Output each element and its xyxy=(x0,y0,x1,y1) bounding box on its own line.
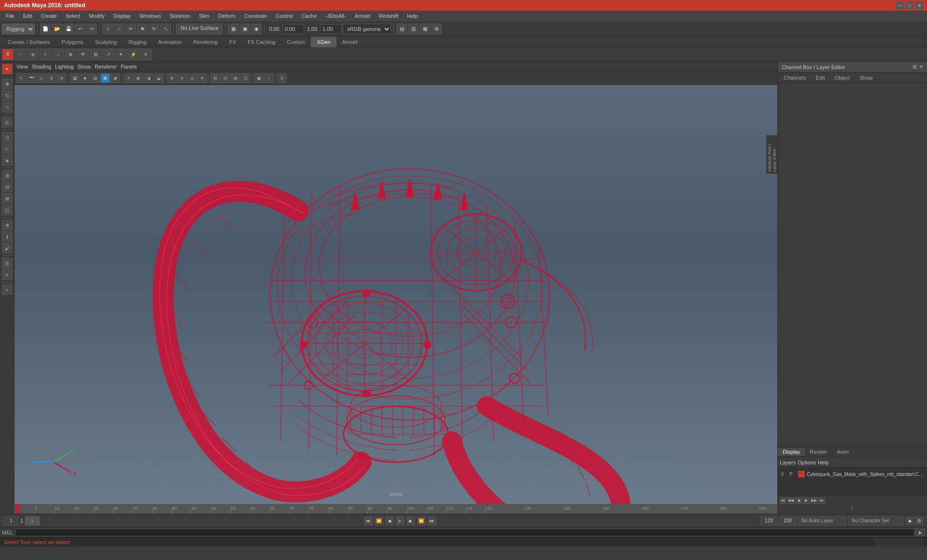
scale-tool-btn[interactable]: ⤡ xyxy=(2,102,13,112)
vp-icon-cam2[interactable]: ⊙ xyxy=(37,73,46,83)
tab-fx[interactable]: FX xyxy=(224,37,242,47)
tab-rigging[interactable]: Rigging xyxy=(123,37,152,47)
menu-modify[interactable]: Modify xyxy=(85,12,108,20)
paint-btn[interactable]: ✏ xyxy=(126,24,136,34)
frame-sel-btn[interactable]: ◫ xyxy=(2,205,13,215)
menu-select[interactable]: Select xyxy=(62,12,84,20)
tab-sculpting[interactable]: Sculpting xyxy=(89,37,123,47)
show-manip-btn[interactable]: ⊙ xyxy=(2,132,13,142)
layers-menu-layers[interactable]: Layers xyxy=(780,460,796,465)
shelf-icon-8[interactable]: ⊞ xyxy=(90,49,101,60)
menu-3dtoall[interactable]: -3DtoAll- xyxy=(322,12,350,20)
vp-icon-light2[interactable]: ◐ xyxy=(134,73,143,83)
vp-icon-snap[interactable]: ⊠ xyxy=(231,73,240,83)
play-last-frame-btn[interactable]: ⏭ xyxy=(428,517,436,525)
vp-icon-cam3[interactable]: ⊚ xyxy=(47,73,56,83)
layers-nav-last[interactable]: ⏭ xyxy=(818,497,825,504)
open-scene-btn[interactable]: 📂 xyxy=(52,24,62,34)
vp-icon-grid[interactable]: ⊞ xyxy=(211,73,220,83)
layers-tab-anim[interactable]: Anim xyxy=(832,448,854,456)
channel-tab-show[interactable]: Show xyxy=(856,74,877,82)
vp-icon-wire2[interactable]: ▧ xyxy=(90,73,100,83)
layers-nav-prev-prev[interactable]: ◀◀ xyxy=(787,497,794,504)
mel-input[interactable] xyxy=(15,529,914,536)
play-prev-key-btn[interactable]: ⏪ xyxy=(375,517,383,525)
vp-icon-wire[interactable]: ▦ xyxy=(70,73,80,83)
shelf-icon-9[interactable]: ↗ xyxy=(102,49,114,60)
vp-icon-wire3[interactable]: ⊞ xyxy=(100,73,110,83)
display-btn[interactable]: ◉ xyxy=(251,24,262,34)
menu-skin[interactable]: Skin xyxy=(195,12,213,20)
vp-icon-render-region[interactable]: ▣ xyxy=(254,73,264,83)
tab-fx-caching[interactable]: FX Caching xyxy=(242,37,281,47)
rotate-btn[interactable]: ↻ xyxy=(149,24,159,34)
play-prev-frame-btn[interactable]: ◀ xyxy=(385,517,394,525)
menu-help[interactable]: Help xyxy=(403,12,422,20)
layers-menu-options[interactable]: Options xyxy=(798,460,816,465)
select-tool-btn[interactable]: ↖ xyxy=(2,64,13,74)
snap-btn[interactable]: ◈ xyxy=(2,155,13,166)
vp-menu-shading[interactable]: Shading xyxy=(32,64,51,70)
menu-deform[interactable]: Deform xyxy=(214,12,239,20)
vp-icon-manip[interactable]: ⊡ xyxy=(241,73,251,83)
tab-polygons[interactable]: Polygons xyxy=(56,37,89,47)
tab-curves-surfaces[interactable]: Curves / Surfaces xyxy=(2,37,56,47)
layers-nav-prev[interactable]: ◀ xyxy=(795,497,802,504)
vp-icon-isolate[interactable]: ◎ xyxy=(187,73,197,83)
layers-tab-render[interactable]: Render xyxy=(805,448,832,456)
shelf-icon-6[interactable]: ⊕ xyxy=(65,49,76,60)
vp-icon-select[interactable]: ↖ xyxy=(16,73,26,83)
tab-rendering[interactable]: Rendering xyxy=(187,37,224,47)
layout-btn1[interactable]: ▤ xyxy=(396,24,407,34)
timeline-ruler[interactable]: 1 5 10 15 20 25 30 35 40 45 50 xyxy=(14,504,777,514)
menu-redshift[interactable]: Redshift xyxy=(375,12,402,20)
move-btn[interactable]: ✥ xyxy=(137,24,148,34)
history-btn[interactable]: ⊕ xyxy=(2,220,13,230)
start-frame-input[interactable] xyxy=(4,517,18,525)
menu-file[interactable]: File xyxy=(2,12,18,20)
rotate-tool-btn[interactable]: ↻ xyxy=(2,90,13,101)
tab-arnold[interactable]: Arnold xyxy=(337,37,364,47)
vp-icon-light3[interactable]: ◑ xyxy=(144,73,154,83)
layers-menu-help[interactable]: Help xyxy=(818,460,829,465)
layout-btn3[interactable]: ▦ xyxy=(420,24,430,34)
key-icon-1[interactable]: ◆ xyxy=(906,517,913,525)
menu-edit[interactable]: Edit xyxy=(19,12,36,20)
layers-nav-next[interactable]: ▶ xyxy=(803,497,810,504)
shelf-icon-2[interactable]: ○ xyxy=(14,49,26,60)
menu-windows[interactable]: Windows xyxy=(136,12,165,20)
menu-display[interactable]: Display xyxy=(110,12,135,20)
save-scene-btn[interactable]: 💾 xyxy=(63,24,74,34)
shelf-icon-12[interactable]: ≡ xyxy=(140,49,152,60)
play-next-frame-btn[interactable]: ▶ xyxy=(407,517,415,525)
vp-icon-light1[interactable]: ☀ xyxy=(124,73,133,83)
layer-v[interactable]: V xyxy=(781,472,787,477)
end-frame-input[interactable] xyxy=(760,517,777,525)
mode-dropdown[interactable]: Rigging xyxy=(2,24,35,34)
attr-manip-btn[interactable]: ▷ xyxy=(2,143,13,154)
ipr-btn[interactable]: ▣ xyxy=(239,24,250,34)
mel-run-btn[interactable]: ▶ xyxy=(915,529,925,536)
vp-icon-hide[interactable]: ⊖ xyxy=(177,73,187,83)
vp-menu-show[interactable]: Show xyxy=(78,64,91,70)
shelf-icon-1[interactable]: X xyxy=(2,49,14,60)
menu-control[interactable]: Control xyxy=(272,12,296,20)
menu-cache[interactable]: Cache xyxy=(297,12,321,20)
shelf-icon-10[interactable]: ✦ xyxy=(115,49,126,60)
scale-btn[interactable]: ⤡ xyxy=(160,24,171,34)
minimize-button[interactable]: ─ xyxy=(896,1,904,9)
menu-constrain[interactable]: Constrain xyxy=(240,12,271,20)
layout-btn[interactable]: ⊞ xyxy=(2,170,13,181)
character-set-dropdown[interactable]: No Character Set xyxy=(848,517,904,525)
grid-btn[interactable]: ⊟ xyxy=(2,182,13,192)
vp-icon-smooth[interactable]: ■ xyxy=(80,73,90,83)
vp-icon-ss[interactable]: S xyxy=(277,73,287,83)
tab-xgen[interactable]: XGen xyxy=(311,37,336,47)
vp-icon-hud[interactable]: ⊟ xyxy=(221,73,230,83)
layers-nav-next-next[interactable]: ▶▶ xyxy=(811,497,817,504)
shelf-icon-3[interactable]: ◉ xyxy=(27,49,39,60)
attr-btn[interactable]: ≡ xyxy=(2,269,13,280)
vp-icon-shadow[interactable]: ◒ xyxy=(154,73,164,83)
move-tool-btn[interactable]: ✥ xyxy=(2,79,13,89)
layer-p[interactable]: P xyxy=(789,472,796,477)
